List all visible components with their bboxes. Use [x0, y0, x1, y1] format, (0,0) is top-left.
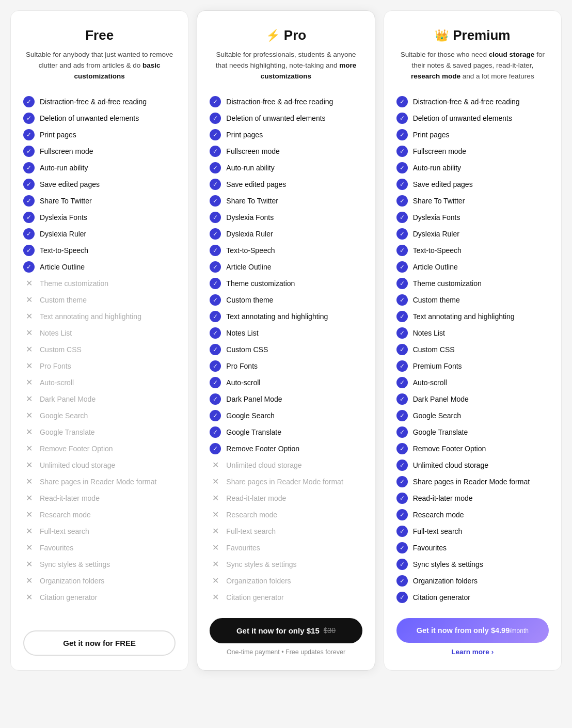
feature-label: Pro Fonts — [226, 362, 258, 370]
check-icon: ✓ — [23, 195, 35, 207]
list-item: ✓Fullscreen mode — [23, 143, 176, 160]
x-icon: ✕ — [23, 393, 35, 405]
list-item: ✕Pro Fonts — [23, 358, 176, 374]
x-icon: ✕ — [210, 592, 221, 603]
pro-old-price: $30 — [324, 626, 336, 635]
list-item: ✓Dyslexia Ruler — [396, 226, 549, 242]
cta-area-premium: Get it now from only $4.99/monthLearn mo… — [396, 618, 549, 656]
feature-label: Dark Panel Mode — [40, 395, 96, 403]
list-item: ✕Text annotating and highlighting — [23, 308, 176, 325]
feature-label: Dyslexia Ruler — [226, 230, 273, 238]
check-icon: ✓ — [210, 360, 221, 372]
list-item: ✕Read-it-later mode — [23, 490, 176, 507]
feature-label: Unlimited cloud storage — [413, 461, 488, 469]
feature-label: Sync styles & settings — [413, 560, 483, 568]
feature-label: Citation generator — [413, 593, 470, 602]
feature-label: Full-text search — [413, 527, 463, 535]
feature-label: Auto-scroll — [413, 378, 447, 387]
feature-label: Favourites — [413, 544, 447, 552]
feature-label: Text annotating and highlighting — [226, 312, 328, 321]
list-item: ✕Share pages in Reader Mode format — [23, 473, 176, 490]
plan-description-pro: Suitable for professionals, students & a… — [210, 50, 362, 82]
feature-label: Share To Twitter — [413, 197, 465, 205]
feature-label: Dyslexia Fonts — [413, 213, 460, 221]
plan-title-icon-premium: 👑 — [435, 29, 449, 42]
list-item: ✕Organization folders — [23, 573, 176, 589]
payment-note: One-time payment • Free updates forever — [227, 648, 345, 656]
list-item: ✕Auto-scroll — [23, 374, 176, 391]
feature-label: Full-text search — [40, 527, 89, 535]
list-item: ✕Sync styles & settings — [210, 556, 362, 573]
x-icon: ✕ — [210, 526, 221, 537]
x-icon: ✕ — [23, 559, 35, 570]
feature-label: Favourites — [226, 544, 260, 552]
feature-label: Save edited pages — [413, 180, 473, 188]
feature-label: Text annotating and highlighting — [413, 312, 515, 321]
plan-title-pro: ⚡Pro — [210, 27, 362, 43]
check-icon: ✓ — [210, 146, 221, 157]
feature-label: Share pages in Reader Mode format — [413, 478, 530, 486]
feature-label: Sync styles & settings — [40, 560, 110, 568]
feature-label: Research mode — [226, 511, 277, 519]
get-free-button[interactable]: Get it now for FREE — [23, 630, 176, 656]
list-item: ✓Print pages — [396, 126, 549, 143]
feature-label: Fullscreen mode — [40, 147, 93, 155]
list-item: ✕Sync styles & settings — [23, 556, 176, 573]
check-icon: ✓ — [396, 179, 408, 190]
premium-cta-label: Get it now from only $4.99 — [417, 626, 510, 635]
features-list-pro: ✓Distraction-free & ad-free reading✓Dele… — [210, 93, 362, 606]
list-item: ✓Distraction-free & ad-free reading — [210, 93, 362, 110]
check-icon: ✓ — [210, 393, 221, 405]
list-item: ✓Auto-run ability — [23, 160, 176, 176]
feature-label: Custom CSS — [226, 345, 268, 354]
feature-label: Text-to-Speech — [226, 246, 275, 255]
feature-label: Research mode — [40, 511, 91, 519]
feature-label: Custom theme — [226, 296, 273, 304]
x-icon: ✕ — [210, 559, 221, 570]
list-item: ✓Deletion of unwanted elements — [23, 110, 176, 126]
feature-label: Citation generator — [40, 593, 97, 602]
feature-label: Print pages — [40, 131, 76, 139]
x-icon: ✕ — [23, 377, 35, 388]
x-icon: ✕ — [23, 493, 35, 504]
check-icon: ✓ — [396, 113, 408, 124]
check-icon: ✓ — [396, 509, 408, 520]
list-item: ✓Sync styles & settings — [396, 556, 549, 573]
x-icon: ✕ — [23, 327, 35, 339]
list-item: ✕Full-text search — [210, 523, 362, 540]
list-item: ✕Remove Footer Option — [23, 440, 176, 457]
feature-label: Remove Footer Option — [413, 445, 486, 453]
feature-label: Favourites — [40, 544, 73, 552]
feature-label: Deletion of unwanted elements — [413, 114, 512, 122]
list-item: ✓Pro Fonts — [210, 358, 362, 374]
list-item: ✓Research mode — [396, 507, 549, 523]
check-icon: ✓ — [396, 96, 408, 107]
list-item: ✓Share To Twitter — [210, 193, 362, 209]
check-icon: ✓ — [23, 212, 35, 223]
x-icon: ✕ — [23, 460, 35, 471]
list-item: ✓Auto-scroll — [396, 374, 549, 391]
list-item: ✓Theme customization — [210, 275, 362, 292]
chevron-right-icon: › — [491, 648, 494, 656]
learn-more-link[interactable]: Learn more › — [451, 648, 494, 656]
feature-label: Pro Fonts — [40, 362, 71, 370]
feature-label: Read-it-later mode — [226, 494, 286, 502]
check-icon: ✓ — [210, 443, 221, 454]
feature-label: Dyslexia Fonts — [226, 213, 274, 221]
x-icon: ✕ — [23, 542, 35, 553]
check-icon: ✓ — [210, 195, 221, 207]
list-item: ✓Save edited pages — [210, 176, 362, 193]
list-item: ✕Favourites — [23, 540, 176, 556]
feature-label: Dyslexia Ruler — [413, 230, 459, 238]
list-item: ✕Full-text search — [23, 523, 176, 540]
check-icon: ✓ — [210, 228, 221, 240]
list-item: ✕Custom CSS — [23, 341, 176, 358]
list-item: ✓Remove Footer Option — [210, 440, 362, 457]
get-premium-button[interactable]: Get it now from only $4.99/month — [396, 618, 549, 643]
check-icon: ✓ — [396, 294, 408, 306]
list-item: ✕Unlimited cloud storage — [210, 457, 362, 473]
get-pro-button[interactable]: Get it now for only $15 $30 — [210, 618, 362, 643]
list-item: ✕Google Search — [23, 407, 176, 424]
x-icon: ✕ — [23, 410, 35, 421]
check-icon: ✓ — [210, 261, 221, 273]
